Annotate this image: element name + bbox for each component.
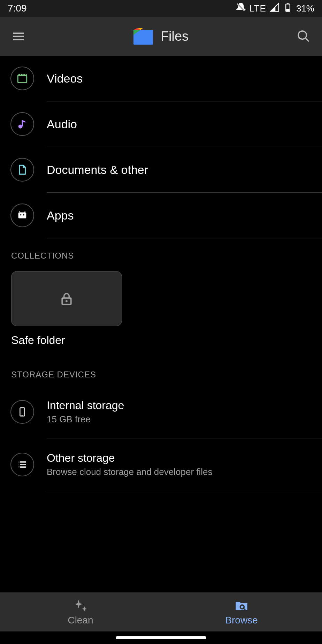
category-videos[interactable]: Videos — [0, 56, 322, 101]
svg-point-15 — [20, 214, 22, 216]
svg-rect-5 — [13, 33, 24, 34]
category-apps[interactable]: Apps — [0, 193, 322, 238]
storage-title: Internal storage — [47, 399, 322, 412]
svg-rect-4 — [286, 9, 289, 11]
sparkle-icon — [73, 598, 88, 613]
storage-other[interactable]: Other storage Browse cloud storage and d… — [0, 438, 322, 491]
home-indicator — [116, 636, 206, 639]
nav-label: Clean — [68, 615, 93, 626]
safe-folder-label: Safe folder — [11, 334, 311, 347]
dnd-off-icon — [236, 2, 246, 15]
category-label: Apps — [34, 209, 322, 222]
signal-icon — [270, 2, 279, 15]
storage-title: Other storage — [47, 452, 322, 465]
section-collections: COLLECTIONS — [0, 238, 322, 261]
folder-search-icon — [234, 598, 249, 613]
svg-rect-26 — [18, 464, 20, 465]
svg-rect-11 — [18, 76, 27, 83]
svg-rect-14 — [18, 213, 26, 219]
files-logo-icon — [133, 28, 153, 45]
hamburger-icon — [12, 30, 25, 43]
category-documents[interactable]: Documents & other — [0, 147, 322, 192]
search-icon — [297, 29, 310, 43]
gesture-bar[interactable] — [0, 631, 322, 644]
app-title: Files — [161, 29, 189, 44]
content: Videos Audio Documents & other Apps COLL… — [0, 56, 322, 592]
storage-internal[interactable]: Internal storage 15 GB free — [0, 386, 322, 438]
section-storage: STORAGE DEVICES — [0, 357, 322, 380]
document-icon — [10, 158, 34, 182]
svg-line-17 — [20, 212, 21, 213]
svg-rect-7 — [13, 39, 24, 40]
svg-point-9 — [298, 31, 306, 39]
status-time: 7:09 — [8, 3, 236, 14]
svg-line-18 — [24, 212, 25, 213]
svg-line-10 — [305, 38, 309, 41]
category-label: Audio — [34, 117, 322, 131]
search-button[interactable] — [295, 28, 312, 45]
bottom-nav: Clean Browse — [0, 592, 322, 631]
network-label: LTE — [249, 3, 266, 14]
svg-rect-3 — [287, 3, 289, 4]
storage-list-icon — [10, 453, 34, 476]
category-label: Videos — [34, 72, 322, 85]
svg-rect-6 — [13, 36, 24, 37]
audio-icon — [10, 112, 34, 136]
app-bar: Files — [0, 17, 322, 56]
nav-clean[interactable]: Clean — [0, 592, 161, 631]
apps-icon — [10, 204, 34, 227]
nav-label: Browse — [225, 615, 258, 626]
category-audio[interactable]: Audio — [0, 101, 322, 147]
svg-point-12 — [18, 124, 22, 128]
svg-rect-28 — [18, 466, 20, 468]
storage-subtitle: Browse cloud storage and developer files — [47, 467, 322, 477]
safe-folder-card[interactable] — [11, 271, 122, 326]
lock-icon — [59, 291, 74, 306]
battery-icon — [283, 2, 293, 15]
status-bar: 7:09 LTE 31% — [0, 0, 322, 17]
phone-icon — [10, 400, 34, 424]
category-label: Documents & other — [34, 163, 322, 177]
svg-point-20 — [66, 300, 68, 302]
svg-point-16 — [23, 214, 24, 216]
videos-icon — [10, 67, 34, 90]
menu-button[interactable] — [10, 28, 27, 45]
nav-browse[interactable]: Browse — [161, 592, 322, 631]
svg-rect-24 — [18, 461, 20, 463]
battery-label: 31% — [296, 3, 314, 14]
storage-subtitle: 15 GB free — [47, 414, 322, 425]
